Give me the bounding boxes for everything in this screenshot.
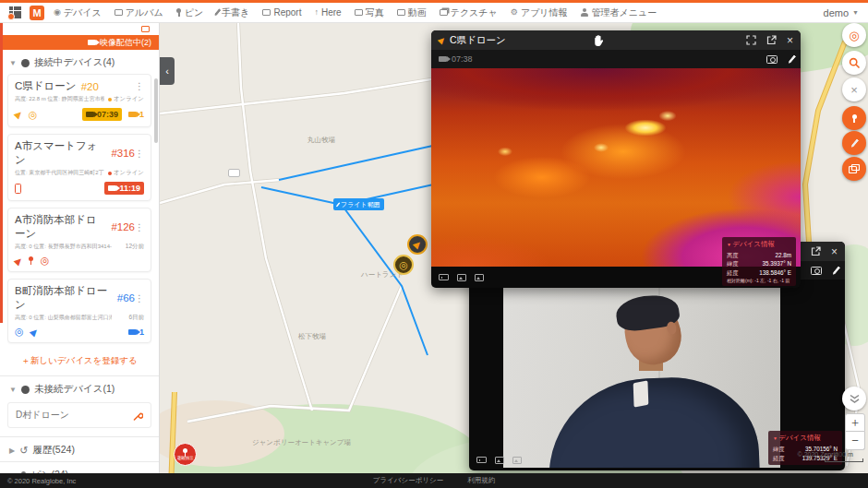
stream-time-badge[interactable]: 07:39 xyxy=(82,108,122,121)
device-detail: 高度: 0 位置: 山梨県南都留郡富士河口湖町船津1577 xyxy=(15,314,112,322)
menu-admin[interactable]: 管理者メニュー xyxy=(581,6,657,19)
navigation-arrow-icon[interactable]: ▶ xyxy=(13,109,25,121)
kebab-menu-icon[interactable]: ⋮ xyxy=(135,222,144,232)
menu-pin[interactable]: ピン xyxy=(176,6,203,19)
close-icon[interactable]: × xyxy=(831,246,838,257)
menu-report[interactable]: Report xyxy=(262,7,301,18)
device-name: A市スマートフォン xyxy=(15,139,106,167)
search-button[interactable] xyxy=(842,51,866,75)
layers-button[interactable] xyxy=(842,387,866,411)
snapshot-camera-icon[interactable] xyxy=(811,267,822,275)
controls-icon[interactable] xyxy=(439,274,449,280)
target-map-marker[interactable]: ◎ xyxy=(393,255,414,275)
annotate-pencil-icon[interactable] xyxy=(788,54,796,64)
thermal-window-titlebar[interactable]: ▶ C県ドローン × xyxy=(431,30,801,50)
menu-photo[interactable]: 写真 xyxy=(355,6,384,19)
admin-user-icon xyxy=(581,8,589,17)
wrench-icon[interactable] xyxy=(133,411,143,421)
draw-tool-button[interactable] xyxy=(842,131,866,155)
fullscreen-icon[interactable] xyxy=(746,35,756,45)
thermal-window-toolbar: 07:38 xyxy=(431,50,801,68)
target-icon[interactable]: ◎ xyxy=(15,327,24,337)
chevron-right-icon: ▶ xyxy=(9,446,15,455)
navigation-arrow-icon[interactable]: ▶ xyxy=(13,255,25,267)
external-link-icon[interactable] xyxy=(766,35,777,45)
page-footer: © 2020 Realglobe, Inc プライバシーポリシー 利用規約 xyxy=(0,473,868,488)
videocam-icon xyxy=(439,56,447,62)
stream-count: 1 xyxy=(128,110,144,119)
sidebar-collapse-button[interactable]: ‹ xyxy=(160,57,175,85)
menu-handwriting[interactable]: 手書き xyxy=(216,6,249,19)
zoom-in-button[interactable]: ＋ xyxy=(845,413,865,432)
image-icon[interactable] xyxy=(475,274,484,281)
device-detail: 高度: 0 位置: 長野県長野市西和田3414-1 xyxy=(15,243,112,251)
road-shield xyxy=(228,169,240,177)
app-launcher-icon[interactable] xyxy=(9,6,21,18)
drone-map-marker[interactable]: ▶ xyxy=(407,234,428,255)
history-header[interactable]: ▶ ↺ 履歴(524) xyxy=(0,437,159,461)
texture-tool-button[interactable] xyxy=(842,157,866,181)
thermal-stream-window[interactable]: ▶ C県ドローン × 07:38 デバイス情報 高度22.8m 緯度35.393… xyxy=(431,30,801,288)
double-chevron-down-icon xyxy=(849,394,861,404)
device-card[interactable]: C県ドローン #20 ⋮ 高度: 22.8 m 位置: 静岡県富士宮市根原150… xyxy=(7,74,151,127)
menu-video[interactable]: 動画 xyxy=(397,6,427,19)
device-detail: 位置: 東京都千代田区神田三崎町2丁目20 xyxy=(15,169,104,177)
videocam-icon xyxy=(108,185,116,191)
kebab-menu-icon[interactable]: ⋮ xyxy=(135,149,144,159)
user-menu[interactable]: demo ▼ xyxy=(824,7,859,18)
chevron-down-icon: ▼ xyxy=(9,386,17,394)
smartphone-icon[interactable] xyxy=(15,184,21,194)
device-card[interactable]: B町消防本部ドローン #66 ⋮ 高度: 0 位置: 山梨県南都留郡富士河口湖町… xyxy=(7,279,151,343)
kebab-menu-icon[interactable]: ⋮ xyxy=(135,81,144,91)
device-sidebar: 映像配信中(2) ▼ 接続中デバイス(4) C県ドローン #20 ⋮ 高度: 2… xyxy=(0,23,160,473)
annotate-pencil-icon[interactable] xyxy=(832,266,840,275)
device-info-panel[interactable]: デバイス情報 高度22.8m 緯度35.3937° N 経度138.5846° … xyxy=(722,237,796,286)
pin-tool-button[interactable] xyxy=(842,106,866,130)
locate-button[interactable]: ◎ xyxy=(842,23,866,47)
external-link-icon[interactable] xyxy=(811,246,821,256)
target-icon[interactable]: ◎ xyxy=(41,256,50,266)
image-icon[interactable] xyxy=(512,457,522,464)
menu-here[interactable]: ↑Here xyxy=(314,7,341,18)
image-icon[interactable] xyxy=(457,274,466,281)
device-number: #20 xyxy=(81,81,99,92)
pins-header[interactable]: ▼ ピン(24) xyxy=(0,462,159,473)
videocam-icon xyxy=(128,329,137,335)
brand-logo[interactable]: M xyxy=(30,6,44,20)
target-icon[interactable]: ◎ xyxy=(29,110,38,120)
pin-icon[interactable] xyxy=(29,256,34,265)
drag-hand-icon[interactable] xyxy=(593,34,603,46)
stream-time-badge[interactable]: 11:19 xyxy=(104,182,144,195)
terms-link[interactable]: 利用規約 xyxy=(467,476,495,485)
device-card[interactable]: A市スマートフォン #316 ⋮ 位置: 東京都千代田区神田三崎町2丁目20 オ… xyxy=(7,134,151,201)
close-icon[interactable]: × xyxy=(787,35,793,46)
sidebar-scrollbar[interactable] xyxy=(154,78,158,143)
zoom-out-button[interactable]: − xyxy=(845,432,865,450)
add-device-link[interactable]: ＋新しいデバイスを登録する xyxy=(0,350,159,375)
connected-devices-header[interactable]: ▼ 接続中デバイス(4) xyxy=(0,50,159,74)
evacuation-marker[interactable]: 避難指示 xyxy=(174,443,197,466)
main-menu: ◉デバイス アルバム ピン 手書き Report ↑Here 写真 動画 テクス… xyxy=(54,6,657,19)
device-name: A市消防本部ドローン xyxy=(15,213,106,241)
menu-devices[interactable]: ◉デバイス xyxy=(54,6,102,19)
disconnected-devices-header[interactable]: ▼ 未接続デバイス(1) xyxy=(0,376,159,400)
clear-button[interactable]: × xyxy=(842,77,866,101)
person-head xyxy=(620,296,687,369)
controls-icon[interactable] xyxy=(476,457,487,463)
pencil-icon xyxy=(214,8,222,17)
close-icon: × xyxy=(850,83,858,97)
kebab-menu-icon[interactable]: ⋮ xyxy=(135,293,144,304)
disconnected-device-row[interactable]: D村ドローン xyxy=(7,402,151,428)
snapshot-camera-icon[interactable] xyxy=(766,55,778,64)
streaming-banner[interactable]: 映像配信中(2) xyxy=(3,35,159,50)
menu-album[interactable]: アルバム xyxy=(115,6,163,19)
flight-area-label[interactable]: フライト範囲 xyxy=(333,198,384,210)
device-card[interactable]: A市消防本部ドローン #126 ⋮ 高度: 0 位置: 長野県長野市西和田341… xyxy=(7,208,151,272)
image-icon[interactable] xyxy=(495,457,504,464)
menu-app-info[interactable]: ⚙アプリ情報 xyxy=(511,6,568,19)
device-number: #316 xyxy=(111,148,135,159)
thermal-window-title: C県ドローン xyxy=(450,34,506,47)
menu-texture[interactable]: テクスチャ xyxy=(440,6,498,19)
privacy-policy-link[interactable]: プライバシーポリシー xyxy=(373,476,443,485)
navigation-arrow-icon[interactable]: ▶ xyxy=(28,326,40,338)
